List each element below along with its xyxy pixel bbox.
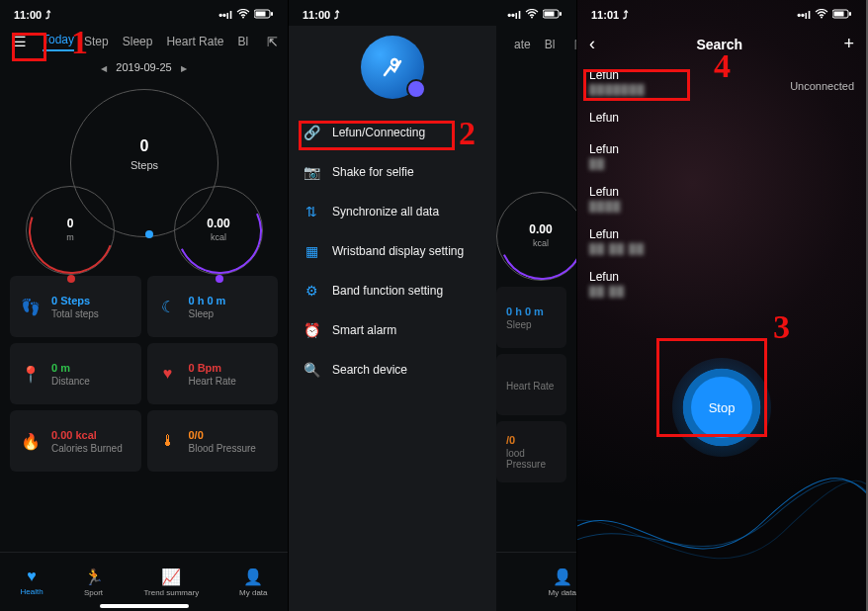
metric-card-heart-rate[interactable]: ♥0 BpmHeart Rate <box>147 343 279 404</box>
metric-card-calories-burned[interactable]: 🔥0.00 kcalCalories Burned <box>10 410 141 472</box>
decorative-wave <box>577 463 866 581</box>
tab-blood-partial[interactable]: Bl <box>545 38 556 51</box>
battery-icon <box>543 9 563 21</box>
svg-rect-7 <box>560 12 562 16</box>
back-icon[interactable]: ‹ <box>589 34 595 54</box>
device-name: Lefun <box>589 142 854 156</box>
drawer-item-synchronize-all-data[interactable]: ⇅Synchronize all data <box>289 192 496 231</box>
drawer-item-shake-for-selfie[interactable]: 📷Shake for selfie <box>289 152 496 192</box>
phone-3: 11:01 ⤴ ••ıl ‹ Search + LefunUnconnected… <box>577 0 866 611</box>
svg-rect-6 <box>545 12 555 17</box>
ring-steps-value: 0 <box>71 137 217 155</box>
drawer-item-label: Smart alarm <box>332 323 396 337</box>
side-drawer: 🔗Lefun/Connecting📷Shake for selfie⇅Synch… <box>289 26 496 611</box>
drawer-item-wristband-display-setting[interactable]: ▦Wristband display setting <box>289 231 496 271</box>
date-prev[interactable]: ◀ <box>101 64 107 73</box>
content-behind-drawer: ate Bl ⇱ 0.00 kcal 0 h 0 mSleep Heart Ra… <box>496 26 576 611</box>
svg-rect-2 <box>256 12 266 17</box>
status-time: 11:00 <box>14 9 42 21</box>
person-icon: 👤 <box>553 567 572 586</box>
wifi-icon <box>815 9 828 21</box>
flame-icon: 🔥 <box>20 430 42 452</box>
card-hr-partial[interactable]: Heart Rate <box>496 354 566 415</box>
metric-card-sleep[interactable]: ☾0 h 0 mSleep <box>147 276 279 337</box>
activity-rings: 0 Steps 0 m 0.00 kcal <box>0 77 288 270</box>
device-detail: ██ ██ <box>589 286 854 297</box>
ring-calories-value: 0.00 <box>175 217 262 230</box>
card-bp-partial[interactable]: /0lood Pressure <box>496 421 566 482</box>
device-name: Lefun <box>589 227 854 241</box>
ring-steps-label: Steps <box>71 159 217 171</box>
drawer-item-label: Synchronize all data <box>332 205 439 218</box>
add-icon[interactable]: + <box>843 34 854 54</box>
annotation-box-2 <box>299 121 455 150</box>
metric-label: Sleep <box>189 308 226 319</box>
tab-today[interactable]: Today <box>43 33 74 51</box>
app-logo[interactable] <box>361 36 424 99</box>
metric-label: Heart Rate <box>189 376 236 387</box>
drawer-item-smart-alarm[interactable]: ⏰Smart alarm <box>289 310 496 350</box>
moon-icon: ☾ <box>157 296 179 317</box>
svg-point-0 <box>242 17 244 19</box>
device-item[interactable]: Lefun██ <box>589 136 854 179</box>
metric-card-distance[interactable]: 📍0 mDistance <box>10 343 141 404</box>
tab-blood[interactable]: Bl <box>237 35 248 48</box>
annotation-box-1 <box>12 33 46 61</box>
tab-sleep[interactable]: Sleep <box>123 35 153 48</box>
nav-my-data[interactable]: 👤My data <box>239 567 267 597</box>
device-item[interactable]: Lefun <box>589 105 854 136</box>
alarm-icon: ⏰ <box>303 322 320 338</box>
device-name: Lefun <box>589 111 854 125</box>
metric-value: 0 h 0 m <box>189 295 226 306</box>
nav-trend-summary[interactable]: 📈Trend summary <box>143 567 199 597</box>
metric-label: Calories Burned <box>51 443 123 454</box>
metric-label: Distance <box>51 376 90 387</box>
device-name: Lefun <box>589 185 854 199</box>
date-next[interactable]: ▶ <box>181 64 187 73</box>
ring-calories: 0.00 kcal <box>174 186 263 275</box>
drawer-item-band-function-setting[interactable]: ⚙Band function setting <box>289 271 496 310</box>
phone-1: 11:00 ⤴ ••ıl ☰ Today Step Sleep Heart Ra… <box>0 0 289 611</box>
annotation-number-2: 2 <box>459 115 476 152</box>
device-item[interactable]: Lefun████ <box>589 179 854 221</box>
date-value[interactable]: 2019-09-25 <box>116 61 171 73</box>
nav-sport[interactable]: 🏃Sport <box>84 567 104 597</box>
metric-card-total-steps[interactable]: 👣0 StepsTotal steps <box>10 276 141 337</box>
sync-icon: ⇅ <box>303 204 320 219</box>
device-item[interactable]: Lefun██ ██ <box>589 264 854 306</box>
drawer-item-search-device[interactable]: 🔍Search device <box>289 350 496 390</box>
nav-health[interactable]: ♥Health <box>20 567 43 596</box>
device-name: Lefun <box>589 270 854 284</box>
metric-value: 0 m <box>51 362 90 374</box>
dot-purple <box>216 275 223 283</box>
device-detail: ██ ██ ██ <box>589 243 854 254</box>
nav-icon: ♥ <box>27 567 37 585</box>
metric-value: 0 Bpm <box>189 362 236 374</box>
tab-heart-rate[interactable]: Heart Rate <box>166 35 223 48</box>
tab-rate-partial[interactable]: ate <box>514 38 531 51</box>
share-icon[interactable]: ⇱ <box>267 35 278 49</box>
metric-card-blood-pressure[interactable]: 🌡0/0Blood Pressure <box>147 410 279 472</box>
device-detail: ██ <box>589 158 854 169</box>
card-sleep-partial[interactable]: 0 h 0 mSleep <box>496 287 566 348</box>
annotation-box-4 <box>583 69 690 101</box>
share-icon[interactable]: ⇱ <box>574 38 576 52</box>
drawer-item-label: Shake for selfie <box>332 165 414 179</box>
footsteps-icon: 👣 <box>20 296 42 317</box>
status-bar: 11:00 ⤴ ••ıl <box>0 0 288 26</box>
ring-distance-unit: m <box>27 232 114 242</box>
metric-value: 0 Steps <box>51 295 99 306</box>
nav-label: My data <box>239 588 267 597</box>
signal-icon: ••ıl <box>507 9 521 21</box>
nav-mydata[interactable]: 👤My data <box>549 567 576 597</box>
svg-rect-11 <box>849 12 851 16</box>
annotation-number-3: 3 <box>773 308 790 346</box>
dot-blue <box>145 230 153 238</box>
bottom-nav-partial: 👤My data <box>496 552 576 611</box>
grid-icon: ▦ <box>303 243 320 259</box>
battery-icon <box>254 9 274 21</box>
bottom-nav: ♥Health🏃Sport📈Trend summary👤My data <box>0 552 288 611</box>
device-item[interactable]: Lefun██ ██ ██ <box>589 221 854 264</box>
status-time: 11:01 <box>591 9 619 21</box>
camera-icon: 📷 <box>303 164 320 180</box>
